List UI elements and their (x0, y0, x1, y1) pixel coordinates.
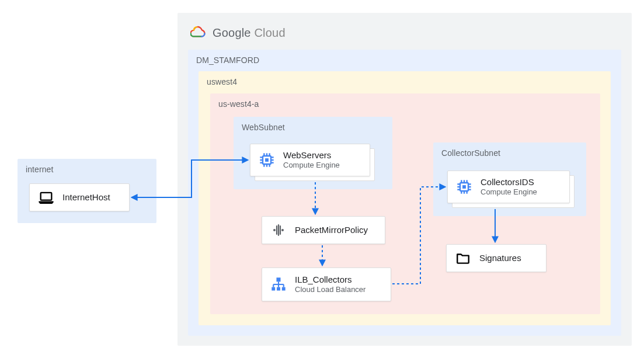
internethost-node: InternetHost (29, 183, 130, 211)
region-label: uswest4 (207, 77, 610, 86)
ilb-title: ILB_Collectors (295, 274, 365, 286)
google-cloud-icon (190, 26, 207, 40)
brand-light: Cloud (254, 26, 285, 39)
project-label: DM_STAMFORD (196, 55, 620, 65)
internet-label: internet (26, 165, 155, 174)
collectorsids-title: CollectorsIDS (481, 177, 537, 188)
compute-engine-icon (257, 151, 276, 169)
packetmirror-title: PacketMirrorPolicy (295, 225, 368, 236)
svg-rect-29 (462, 185, 466, 189)
svg-point-14 (273, 229, 276, 231)
collectorsubnet-label: CollectorSubnet (441, 148, 585, 158)
webservers-subtitle: Compute Engine (283, 161, 340, 170)
websubnet-label: WebSubnet (242, 123, 391, 132)
svg-rect-20 (271, 287, 275, 291)
collectorsids-node: CollectorsIDS Compute Engine (447, 171, 570, 203)
brand-strong: Google (213, 26, 251, 39)
packetmirror-node: PacketMirrorPolicy (262, 216, 385, 244)
load-balancer-icon (269, 275, 288, 294)
svg-rect-19 (277, 277, 281, 281)
svg-rect-1 (265, 158, 269, 162)
svg-point-15 (281, 229, 284, 231)
signatures-node: Signatures (446, 244, 546, 272)
svg-rect-21 (277, 287, 280, 291)
webservers-title: WebServers (283, 150, 340, 161)
zone-label: us-west4-a (218, 99, 599, 109)
packet-mirror-icon (269, 221, 288, 239)
laptop-icon (37, 188, 55, 207)
google-cloud-logo: Google Cloud (190, 26, 286, 40)
ilb-node: ILB_Collectors Cloud Load Balancer (262, 267, 391, 301)
internethost-title: InternetHost (62, 192, 110, 203)
svg-rect-22 (282, 287, 286, 291)
ilb-subtitle: Cloud Load Balancer (295, 285, 365, 294)
folder-icon (454, 249, 472, 267)
compute-engine-icon (455, 178, 474, 196)
signatures-title: Signatures (479, 253, 521, 264)
collectorsids-subtitle: Compute Engine (481, 187, 537, 197)
svg-rect-42 (41, 193, 52, 200)
webservers-node: WebServers Compute Engine (250, 144, 370, 176)
